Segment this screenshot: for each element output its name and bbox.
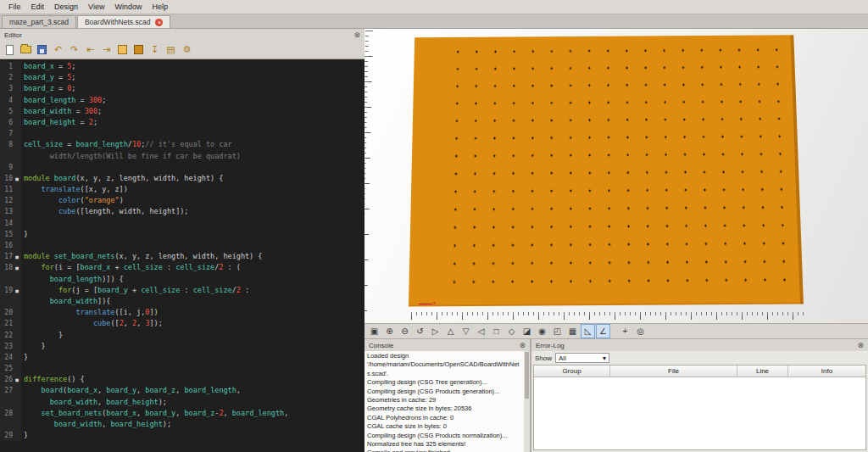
console-message: Compiling design (CSG Tree generation)..… (367, 378, 522, 387)
indent-icon: ⇥ (103, 44, 110, 55)
console-scrollbar[interactable] (524, 351, 530, 452)
unindent-button[interactable]: ⇤ (83, 42, 97, 57)
x-axis-label: x (433, 300, 436, 305)
line-number: 11 (0, 184, 13, 195)
console-log[interactable]: Loaded design '/home/mariam/Documents/Op… (364, 351, 530, 452)
column-header-line[interactable]: Line (737, 366, 788, 377)
column-header-info[interactable]: Info (788, 366, 865, 377)
line-number: 10 (0, 173, 13, 184)
menu-bar: FileEditDesignViewWindowHelp (0, 0, 868, 14)
board-net-holes (444, 42, 794, 295)
fold-marker[interactable]: ■ (13, 173, 21, 184)
line-number: 8 (0, 139, 13, 150)
error-log-close-icon[interactable]: ⊗ (857, 342, 864, 349)
fold-marker (13, 218, 21, 229)
save-icon (37, 45, 47, 54)
fold-marker (13, 195, 21, 206)
show-crosshair-button[interactable]: ◎ (634, 325, 647, 338)
menu-file[interactable]: File (3, 3, 26, 11)
fold-marker[interactable]: ■ (13, 374, 21, 385)
measure-distance-button[interactable]: ◺ (581, 325, 594, 338)
menu-edit[interactable]: Edit (26, 3, 50, 11)
line-number: 3 (0, 83, 13, 94)
console-message: Compile and preview finished. (367, 449, 522, 452)
console-scrollbar-thumb[interactable] (525, 352, 529, 399)
severity-filter-dropdown[interactable]: All ▾ (555, 353, 609, 363)
line-number: 15 (0, 229, 13, 240)
fold-marker (13, 274, 21, 285)
console-panel: Console ⊗ Loaded design '/home/mariam/Do… (364, 339, 531, 452)
code-line: 12 color("orange") (0, 195, 364, 206)
view-right-button[interactable]: ▷ (429, 325, 442, 338)
menu-help[interactable]: Help (147, 3, 173, 11)
measure-angle-button[interactable]: ∠ (597, 325, 609, 338)
code-line: 13 cube([length, width, height]); (0, 206, 364, 217)
menu-window[interactable]: Window (109, 3, 147, 11)
line-number: 24 (0, 352, 13, 363)
fold-marker[interactable]: ■ (13, 285, 21, 296)
menu-view[interactable]: View (83, 3, 109, 11)
fold-marker[interactable]: ■ (13, 251, 21, 262)
zoom-in-button[interactable]: ⊕ (383, 325, 396, 338)
code-line: 28 set_board_nets(board_x, board_y, boar… (0, 408, 364, 419)
reset-view-button[interactable]: ↺ (414, 325, 426, 338)
menu-design[interactable]: Design (49, 3, 83, 11)
show-axes-button[interactable]: + (619, 325, 632, 338)
fold-marker (13, 307, 21, 318)
fold-marker (13, 106, 21, 117)
line-number: 5 (0, 106, 13, 117)
indent-button[interactable]: ⇥ (99, 42, 114, 57)
export-button[interactable]: ↧ (147, 42, 162, 57)
console-message: CGAL cache size in bytes: 0 (367, 422, 522, 431)
line-number: 17 (0, 251, 13, 262)
save-button[interactable] (35, 42, 49, 57)
code-line: 20 translate([i, j,0]) (0, 307, 364, 318)
tab-BoardWithNets.scad[interactable]: BoardWithNets.scad× (77, 15, 170, 28)
undo-button[interactable]: ↶ (51, 42, 65, 57)
preview-button[interactable] (115, 42, 130, 57)
view-back-button[interactable]: ◇ (505, 325, 518, 338)
viewport-3d[interactable]: x (364, 29, 868, 323)
tab-close-icon[interactable]: × (155, 19, 163, 26)
fold-marker (13, 430, 21, 441)
zoom-all-button[interactable]: ▣ (368, 325, 381, 338)
print-button[interactable]: ▤ (164, 42, 178, 57)
editor-panel-header: Editor ⊗ (0, 29, 364, 41)
fold-marker (13, 352, 21, 363)
view-center-button[interactable]: ◉ (536, 325, 548, 338)
code-line: board_width, board_height); (0, 397, 364, 408)
tab-maze_part_3.scad[interactable]: maze_part_3.scad (2, 15, 76, 28)
view-left-button[interactable]: ◁ (475, 325, 487, 338)
view-bottom-button[interactable]: ▽ (459, 325, 472, 338)
fold-marker (13, 139, 21, 150)
view-top-button[interactable]: △ (444, 325, 457, 338)
column-header-file[interactable]: File (610, 366, 737, 377)
render-button[interactable] (131, 42, 146, 57)
editor-close-icon[interactable]: ⊗ (353, 31, 360, 39)
zoom-out-button[interactable]: ⊖ (398, 325, 411, 338)
code-line: 5board_width = 300; (0, 106, 364, 117)
open-file-button[interactable] (19, 42, 33, 57)
line-number: 20 (0, 307, 13, 318)
view-diagonal-button[interactable]: ◪ (520, 325, 533, 338)
code-line: width/length(Will be fine if car be quad… (0, 151, 364, 162)
column-header-group[interactable]: Group (534, 366, 610, 377)
perspective-button[interactable]: ◰ (551, 325, 564, 338)
code-line: board_length)]) { (0, 274, 364, 285)
board-3d-model (409, 35, 804, 306)
customizer-button[interactable]: ⚙ (180, 42, 194, 57)
redo-button[interactable]: ↷ (67, 42, 81, 57)
view-front-button[interactable]: □ (490, 325, 503, 338)
code-line: 25 (0, 363, 364, 374)
fold-marker[interactable]: ■ (13, 262, 21, 273)
orthogonal-button[interactable]: ▦ (566, 325, 579, 338)
code-line: board_width]){ (0, 296, 364, 307)
console-close-icon[interactable]: ⊗ (519, 342, 526, 349)
code-line: 9 (0, 162, 364, 173)
console-message: Loaded design '/home/mariam/Documents/Op… (367, 352, 522, 378)
code-area[interactable]: 1board_x = 5;2board_y = 5;3board_z = 0;4… (0, 59, 364, 452)
new-file-button[interactable] (3, 42, 17, 57)
fold-marker (13, 240, 21, 251)
code-line: 27 board(board_x, board_y, board_z, boar… (0, 385, 364, 396)
tab-bar: maze_part_3.scadBoardWithNets.scad× (0, 14, 868, 29)
